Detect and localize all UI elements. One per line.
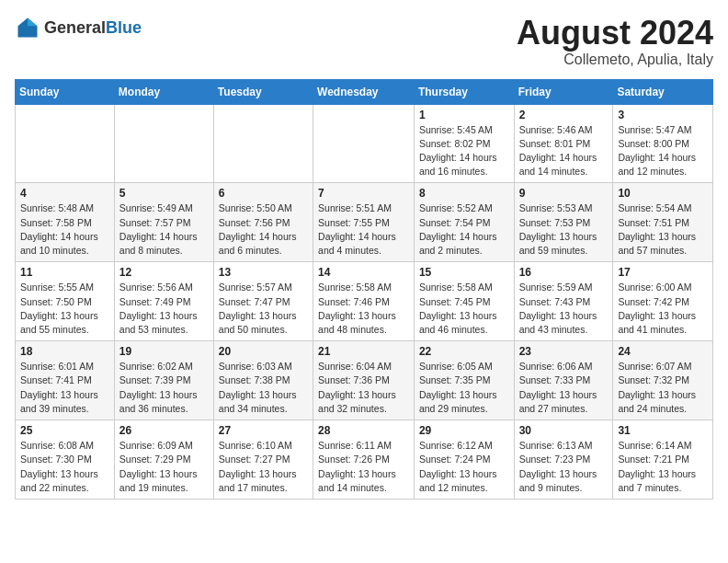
day-number: 2 xyxy=(519,109,609,121)
day-info: Sunrise: 5:51 AM Sunset: 7:55 PM Dayligh… xyxy=(318,201,409,258)
day-number: 22 xyxy=(419,345,509,358)
calendar-cell: 17Sunrise: 6:00 AM Sunset: 7:42 PM Dayli… xyxy=(613,262,713,341)
column-header-thursday: Thursday xyxy=(414,79,514,104)
calendar-cell: 11Sunrise: 5:55 AM Sunset: 7:50 PM Dayli… xyxy=(16,262,115,341)
title-block: August 2024 Collemeto, Apulia, Italy xyxy=(517,15,713,68)
day-info: Sunrise: 5:56 AM Sunset: 7:49 PM Dayligh… xyxy=(119,281,209,337)
svg-marker-1 xyxy=(28,18,38,27)
calendar-cell: 15Sunrise: 5:58 AM Sunset: 7:45 PM Dayli… xyxy=(414,262,514,341)
logo-text-general: General xyxy=(44,18,106,37)
calendar-cell: 18Sunrise: 6:01 AM Sunset: 7:41 PM Dayli… xyxy=(16,341,115,420)
calendar-cell xyxy=(313,104,415,183)
calendar-cell: 29Sunrise: 6:12 AM Sunset: 7:24 PM Dayli… xyxy=(414,420,514,500)
day-info: Sunrise: 5:58 AM Sunset: 7:45 PM Dayligh… xyxy=(419,281,509,337)
day-number: 3 xyxy=(618,109,708,121)
day-number: 14 xyxy=(318,266,409,279)
day-info: Sunrise: 5:48 AM Sunset: 7:58 PM Dayligh… xyxy=(20,201,109,258)
day-number: 19 xyxy=(119,345,209,358)
calendar-week-row: 25Sunrise: 6:08 AM Sunset: 7:30 PM Dayli… xyxy=(16,420,713,500)
day-info: Sunrise: 5:55 AM Sunset: 7:50 PM Dayligh… xyxy=(20,281,109,337)
calendar-week-row: 11Sunrise: 5:55 AM Sunset: 7:50 PM Dayli… xyxy=(16,262,713,341)
column-header-tuesday: Tuesday xyxy=(213,79,313,104)
calendar-cell: 25Sunrise: 6:08 AM Sunset: 7:30 PM Dayli… xyxy=(16,420,115,500)
calendar-table: SundayMondayTuesdayWednesdayThursdayFrid… xyxy=(15,79,713,500)
calendar-title: August 2024 xyxy=(517,15,713,52)
day-number: 8 xyxy=(419,187,509,200)
calendar-cell xyxy=(114,104,213,183)
day-number: 20 xyxy=(219,345,308,358)
day-info: Sunrise: 5:50 AM Sunset: 7:56 PM Dayligh… xyxy=(219,201,308,258)
calendar-cell: 27Sunrise: 6:10 AM Sunset: 7:27 PM Dayli… xyxy=(213,420,313,500)
calendar-cell: 4Sunrise: 5:48 AM Sunset: 7:58 PM Daylig… xyxy=(16,183,115,262)
day-info: Sunrise: 6:12 AM Sunset: 7:24 PM Dayligh… xyxy=(419,439,509,495)
calendar-cell: 23Sunrise: 6:06 AM Sunset: 7:33 PM Dayli… xyxy=(514,341,613,420)
day-number: 31 xyxy=(618,424,708,437)
day-info: Sunrise: 6:01 AM Sunset: 7:41 PM Dayligh… xyxy=(20,360,109,416)
day-info: Sunrise: 6:02 AM Sunset: 7:39 PM Dayligh… xyxy=(119,360,209,416)
calendar-subtitle: Collemeto, Apulia, Italy xyxy=(517,52,713,68)
day-number: 25 xyxy=(20,424,109,437)
day-number: 23 xyxy=(519,345,609,358)
day-number: 26 xyxy=(119,424,209,437)
calendar-header-row: SundayMondayTuesdayWednesdayThursdayFrid… xyxy=(16,79,713,104)
day-info: Sunrise: 5:52 AM Sunset: 7:54 PM Dayligh… xyxy=(419,201,509,258)
calendar-cell: 31Sunrise: 6:14 AM Sunset: 7:21 PM Dayli… xyxy=(613,420,713,500)
day-info: Sunrise: 5:53 AM Sunset: 7:53 PM Dayligh… xyxy=(519,201,609,258)
day-info: Sunrise: 6:10 AM Sunset: 7:27 PM Dayligh… xyxy=(219,439,308,495)
day-number: 15 xyxy=(419,266,509,279)
day-number: 9 xyxy=(519,187,609,200)
logo: GeneralBlue xyxy=(15,15,142,40)
calendar-cell: 16Sunrise: 5:59 AM Sunset: 7:43 PM Dayli… xyxy=(514,262,613,341)
calendar-cell: 20Sunrise: 6:03 AM Sunset: 7:38 PM Dayli… xyxy=(213,341,313,420)
day-number: 27 xyxy=(219,424,308,437)
day-number: 16 xyxy=(519,266,609,279)
day-info: Sunrise: 6:08 AM Sunset: 7:30 PM Dayligh… xyxy=(20,439,109,495)
day-number: 7 xyxy=(318,187,409,200)
column-header-wednesday: Wednesday xyxy=(313,79,415,104)
calendar-cell: 30Sunrise: 6:13 AM Sunset: 7:23 PM Dayli… xyxy=(514,420,613,500)
day-info: Sunrise: 5:58 AM Sunset: 7:46 PM Dayligh… xyxy=(318,281,409,337)
day-info: Sunrise: 6:07 AM Sunset: 7:32 PM Dayligh… xyxy=(618,360,708,416)
day-info: Sunrise: 6:11 AM Sunset: 7:26 PM Dayligh… xyxy=(318,439,409,495)
day-info: Sunrise: 6:14 AM Sunset: 7:21 PM Dayligh… xyxy=(618,439,708,495)
calendar-cell: 12Sunrise: 5:56 AM Sunset: 7:49 PM Dayli… xyxy=(114,262,213,341)
calendar-week-row: 4Sunrise: 5:48 AM Sunset: 7:58 PM Daylig… xyxy=(16,183,713,262)
day-number: 24 xyxy=(618,345,708,358)
day-info: Sunrise: 5:45 AM Sunset: 8:02 PM Dayligh… xyxy=(419,123,509,179)
day-number: 4 xyxy=(20,187,109,200)
day-number: 29 xyxy=(419,424,509,437)
calendar-cell: 8Sunrise: 5:52 AM Sunset: 7:54 PM Daylig… xyxy=(414,183,514,262)
calendar-cell: 14Sunrise: 5:58 AM Sunset: 7:46 PM Dayli… xyxy=(313,262,415,341)
page-header: GeneralBlue August 2024 Collemeto, Apuli… xyxy=(15,15,713,68)
day-info: Sunrise: 6:13 AM Sunset: 7:23 PM Dayligh… xyxy=(519,439,609,495)
day-number: 11 xyxy=(20,266,109,279)
calendar-cell: 24Sunrise: 6:07 AM Sunset: 7:32 PM Dayli… xyxy=(613,341,713,420)
calendar-cell: 5Sunrise: 5:49 AM Sunset: 7:57 PM Daylig… xyxy=(114,183,213,262)
logo-text-blue: Blue xyxy=(106,18,142,37)
calendar-cell: 6Sunrise: 5:50 AM Sunset: 7:56 PM Daylig… xyxy=(213,183,313,262)
calendar-cell: 1Sunrise: 5:45 AM Sunset: 8:02 PM Daylig… xyxy=(414,104,514,183)
column-header-sunday: Sunday xyxy=(16,79,115,104)
calendar-week-row: 1Sunrise: 5:45 AM Sunset: 8:02 PM Daylig… xyxy=(16,104,713,183)
calendar-week-row: 18Sunrise: 6:01 AM Sunset: 7:41 PM Dayli… xyxy=(16,341,713,420)
day-info: Sunrise: 6:03 AM Sunset: 7:38 PM Dayligh… xyxy=(219,360,308,416)
day-number: 1 xyxy=(419,109,509,121)
day-number: 13 xyxy=(219,266,308,279)
calendar-cell: 21Sunrise: 6:04 AM Sunset: 7:36 PM Dayli… xyxy=(313,341,415,420)
calendar-cell: 22Sunrise: 6:05 AM Sunset: 7:35 PM Dayli… xyxy=(414,341,514,420)
day-number: 12 xyxy=(119,266,209,279)
day-info: Sunrise: 5:49 AM Sunset: 7:57 PM Dayligh… xyxy=(119,201,209,258)
column-header-saturday: Saturday xyxy=(613,79,713,104)
day-info: Sunrise: 5:47 AM Sunset: 8:00 PM Dayligh… xyxy=(618,123,708,179)
day-number: 30 xyxy=(519,424,609,437)
day-number: 18 xyxy=(20,345,109,358)
day-info: Sunrise: 6:04 AM Sunset: 7:36 PM Dayligh… xyxy=(318,360,409,416)
day-number: 17 xyxy=(618,266,708,279)
day-number: 10 xyxy=(618,187,708,200)
calendar-cell xyxy=(213,104,313,183)
calendar-cell: 2Sunrise: 5:46 AM Sunset: 8:01 PM Daylig… xyxy=(514,104,613,183)
day-number: 5 xyxy=(119,187,209,200)
calendar-cell: 13Sunrise: 5:57 AM Sunset: 7:47 PM Dayli… xyxy=(213,262,313,341)
calendar-cell: 19Sunrise: 6:02 AM Sunset: 7:39 PM Dayli… xyxy=(114,341,213,420)
day-info: Sunrise: 6:09 AM Sunset: 7:29 PM Dayligh… xyxy=(119,439,209,495)
